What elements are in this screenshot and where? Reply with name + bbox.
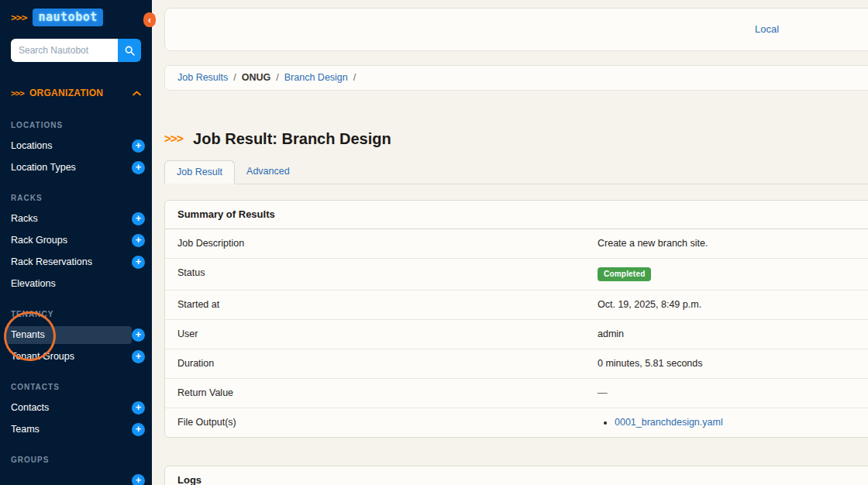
sidebar-item-label [5,477,132,483]
row-value: Completed [598,259,868,290]
search-input[interactable] [11,39,118,62]
file-output-link[interactable]: 0001_branchdesign.yaml [615,417,723,428]
section-label-tenancy: TENANCY [0,294,152,324]
section-label-racks: RACKS [0,178,152,208]
table-row-file-outputs: File Output(s) 0001_branchdesign.yaml [165,408,868,437]
nautobot-home-link[interactable]: >>> nautobot [0,0,152,33]
sidebar-item-label: Racks [5,210,132,228]
context-local-link[interactable]: Local [755,23,779,36]
sidebar-item-label: Locations [5,137,132,155]
row-label: Duration [165,349,598,378]
add-button[interactable]: + [132,212,145,225]
nav-group-organization[interactable]: >>> ORGANIZATION [0,81,152,105]
row-value: Oct. 19, 2025, 8:49 p.m. [598,291,868,319]
sidebar-item-label: Elevations [5,275,145,293]
file-output-item: 0001_branchdesign.yaml [615,417,866,428]
row-label: File Output(s) [165,408,598,437]
sidebar-collapse-button[interactable]: ‹ [143,12,156,27]
add-button[interactable]: + [132,401,145,414]
chevron-up-icon [133,91,141,96]
sidebar-item-contacts[interactable]: Contacts + [0,397,152,418]
sidebar-item-rack-groups[interactable]: Rack Groups + [0,229,152,251]
sidebar-item-label: Tenants [5,326,132,344]
section-label-contacts: CONTACTS [0,367,152,397]
breadcrumb-item-onug: ONUG [242,72,271,84]
table-row-user: User admin [165,320,868,349]
tab-job-result[interactable]: Job Result [164,160,235,184]
sidebar-item-elevations[interactable]: Elevations [0,273,152,294]
table-row-started-at: Started at Oct. 19, 2025, 8:49 p.m. [165,291,868,320]
row-label: Status [165,259,598,290]
collapse-chevron-icon: ‹ [148,15,151,26]
panel-title: Logs [165,466,868,485]
sidebar-item-locations[interactable]: Locations + [0,135,152,157]
add-button[interactable]: + [132,139,145,153]
row-value: 0 minutes, 5.81 seconds [598,349,868,378]
add-button[interactable]: + [132,256,145,269]
tab-bar: Job Result Advanced [164,160,868,184]
table-row-job-description: Job Description Create a new branch site… [165,229,868,259]
sidebar-item-location-types[interactable]: Location Types + [0,157,152,178]
prompt-icon: >>> [11,88,24,98]
logs-panel: Logs [164,466,868,485]
row-label: Return Value [165,379,598,408]
row-value: admin [598,320,868,349]
sidebar-item-rack-reservations[interactable]: Rack Reservations + [0,251,152,273]
panel-title: Summary of Results [165,201,868,229]
top-navbar: Local [164,8,868,51]
summary-panel: Summary of Results Job Description Creat… [164,200,868,438]
nautobot-logo: nautobot [33,9,102,26]
add-button[interactable]: + [132,474,145,485]
row-value: 0001_branchdesign.yaml [598,408,868,437]
search-icon [125,46,135,56]
sidebar: >>> nautobot >>> ORGANIZATION LOCATIONS … [0,0,152,485]
sidebar-item-label: Tenant Groups [5,348,132,366]
sidebar-item-label: Contacts [5,399,132,417]
row-label: Started at [165,291,598,319]
search-button[interactable] [118,39,141,62]
section-label-locations: LOCATIONS [0,105,152,135]
table-row-duration: Duration 0 minutes, 5.81 seconds [165,349,868,379]
breadcrumb-link-job-results[interactable]: Job Results [177,72,228,84]
status-badge: Completed [598,267,651,281]
sidebar-item-cutoff[interactable]: + [0,470,152,485]
add-button[interactable]: + [132,328,145,342]
sidebar-item-label: Rack Reservations [5,253,132,271]
main-content: Local Job Results / ONUG / Branch Design… [152,0,868,485]
add-button[interactable]: + [132,161,145,174]
row-value: Create a new branch site. [598,229,868,258]
breadcrumb-link-branch-design[interactable]: Branch Design [284,72,348,84]
tab-advanced[interactable]: Advanced [235,160,301,184]
breadcrumb: Job Results / ONUG / Branch Design / [164,65,868,91]
sidebar-item-teams[interactable]: Teams + [0,418,152,440]
sidebar-item-tenants[interactable]: Tenants + [0,324,152,346]
table-row-return-value: Return Value — [165,379,868,408]
sidebar-item-tenant-groups[interactable]: Tenant Groups + [0,346,152,367]
add-button[interactable]: + [132,234,145,247]
breadcrumb-separator: / [276,72,278,84]
sidebar-search [11,39,141,62]
page-header: >>> Job Result: Branch Design [164,129,868,148]
sidebar-item-label: Teams [5,421,132,439]
nav-group-label: ORGANIZATION [29,88,103,98]
page-title: Job Result: Branch Design [193,129,391,148]
row-label: User [165,320,598,349]
section-label-groups: GROUPS [0,440,152,470]
prompt-icon: >>> [164,132,183,146]
row-value: — [598,379,868,408]
breadcrumb-separator: / [233,72,236,84]
add-button[interactable]: + [132,423,145,436]
prompt-icon: >>> [11,12,26,24]
table-row-status: Status Completed [165,259,868,291]
row-label: Job Description [165,229,598,258]
breadcrumb-separator: / [353,72,356,84]
sidebar-item-racks[interactable]: Racks + [0,208,152,229]
sidebar-item-label: Location Types [5,159,132,177]
sidebar-item-label: Rack Groups [5,232,132,249]
add-button[interactable]: + [132,350,145,363]
